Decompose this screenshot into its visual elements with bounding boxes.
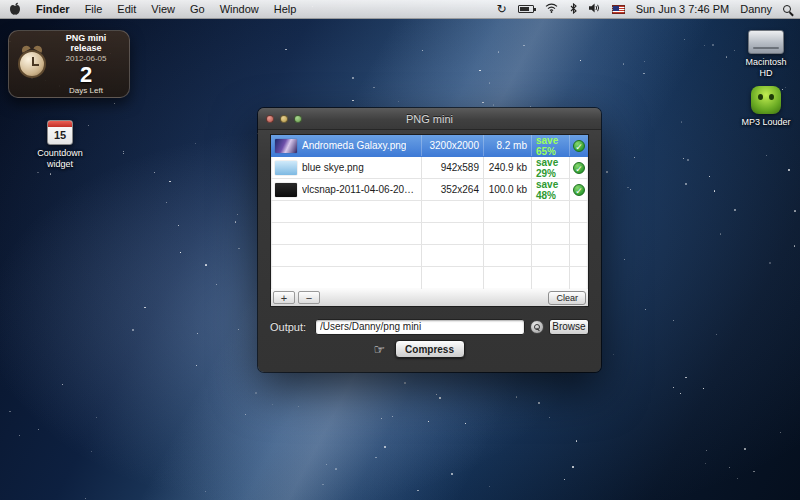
- clear-button[interactable]: Clear: [548, 291, 586, 305]
- star: [753, 471, 755, 473]
- pointing-hand-icon: ☞: [374, 342, 386, 357]
- output-row: Output: Browse: [270, 318, 589, 335]
- browse-button[interactable]: Browse: [549, 319, 589, 335]
- table-row[interactable]: Andromeda Galaxy.png 3200x2000 8.2 mb sa…: [271, 135, 588, 157]
- file-dimensions: 942x589: [422, 157, 484, 178]
- star: [9, 411, 10, 412]
- star: [606, 171, 608, 173]
- menu-item-help[interactable]: Help: [274, 3, 297, 15]
- star: [684, 39, 685, 40]
- file-thumbnail: [275, 161, 297, 175]
- menu-clock[interactable]: Sun Jun 3 7:46 PM: [636, 3, 730, 15]
- star: [729, 467, 730, 468]
- menu-item-go[interactable]: Go: [190, 3, 205, 15]
- table-row-empty[interactable]: [271, 267, 588, 289]
- star: [381, 418, 382, 419]
- star: [643, 73, 645, 75]
- add-file-button[interactable]: +: [273, 291, 295, 304]
- star: [549, 417, 550, 418]
- table-row-empty[interactable]: [271, 245, 588, 267]
- file-dimensions: 3200x2000: [422, 135, 484, 156]
- volume-icon[interactable]: [589, 3, 601, 15]
- star: [114, 103, 115, 104]
- desktop-icon-macintosh-hd[interactable]: Macintosh HD: [732, 30, 800, 79]
- zoom-window-button[interactable]: [294, 115, 302, 123]
- star: [498, 51, 500, 53]
- star: [726, 56, 728, 58]
- star: [392, 416, 393, 417]
- star: [196, 365, 197, 366]
- file-thumbnail: [275, 139, 297, 153]
- star: [144, 307, 146, 309]
- calendar-day: 15: [48, 127, 72, 144]
- menu-item-file[interactable]: File: [85, 3, 103, 15]
- star: [50, 173, 51, 174]
- bluetooth-icon[interactable]: [569, 3, 578, 16]
- wifi-icon[interactable]: [545, 3, 558, 15]
- menu-item-view[interactable]: View: [151, 3, 175, 15]
- window-titlebar[interactable]: PNG mini: [258, 108, 601, 130]
- minimize-window-button[interactable]: [280, 115, 288, 123]
- star: [451, 473, 453, 475]
- star: [123, 153, 124, 154]
- file-name: blue skye.png: [302, 162, 364, 173]
- star: [154, 172, 155, 173]
- star: [166, 202, 167, 203]
- star: [38, 429, 39, 430]
- compress-row: ☞ Compress: [258, 340, 601, 360]
- star: [195, 143, 196, 144]
- battery-icon[interactable]: [518, 5, 534, 13]
- countdown-days: 2: [49, 63, 123, 86]
- star: [794, 245, 796, 247]
- star: [235, 221, 237, 223]
- star: [703, 388, 704, 389]
- table-row[interactable]: blue skye.png 942x589 240.9 kb save 29% …: [271, 157, 588, 179]
- close-window-button[interactable]: [266, 115, 274, 123]
- user-menu[interactable]: Danny: [740, 3, 772, 15]
- menu-item-window[interactable]: Window: [220, 3, 259, 15]
- star: [180, 252, 181, 253]
- star: [624, 259, 625, 260]
- star: [493, 104, 494, 105]
- star: [422, 50, 423, 51]
- star: [272, 404, 273, 405]
- desktop-icon-label: Macintosh HD: [738, 57, 794, 79]
- star: [705, 463, 706, 464]
- menu-item-finder[interactable]: Finder: [36, 3, 70, 15]
- star: [62, 384, 63, 385]
- menu-item-edit[interactable]: Edit: [117, 3, 136, 15]
- star: [720, 233, 722, 235]
- star: [706, 450, 708, 452]
- star: [428, 421, 429, 422]
- calendar-icon: 15: [47, 120, 73, 145]
- apple-menu-icon[interactable]: [9, 2, 21, 16]
- table-row-empty[interactable]: [271, 223, 588, 245]
- countdown-widget[interactable]: PNG mini release 2012-06-05 2 Days Left: [8, 30, 130, 98]
- star: [489, 486, 490, 487]
- input-language-flag-icon[interactable]: [612, 5, 625, 14]
- star: [681, 121, 682, 122]
- compress-button[interactable]: Compress: [395, 340, 465, 358]
- star: [326, 464, 327, 465]
- spotlight-search-icon[interactable]: [783, 5, 791, 13]
- star: [687, 159, 689, 161]
- table-row-empty[interactable]: [271, 201, 588, 223]
- star: [205, 264, 206, 265]
- star: [634, 157, 635, 158]
- reveal-in-finder-icon[interactable]: [530, 320, 544, 334]
- desktop-icon-mp3-louder[interactable]: MP3 Louder: [732, 86, 800, 128]
- calendar-widget-label: Countdown widget: [28, 148, 92, 170]
- star: [436, 394, 438, 396]
- star: [685, 377, 687, 379]
- star: [644, 61, 645, 62]
- star: [564, 479, 565, 480]
- time-machine-icon[interactable]: ↻: [497, 3, 507, 15]
- star: [673, 320, 674, 321]
- star: [538, 402, 540, 404]
- table-row[interactable]: vlcsnap-2011-04-06-20h40m36s165.png 352x…: [271, 179, 588, 201]
- remove-file-button[interactable]: −: [298, 291, 320, 304]
- calendar-widget[interactable]: 15 Countdown widget: [28, 120, 92, 170]
- output-path-input[interactable]: [315, 319, 525, 335]
- star: [744, 448, 746, 450]
- star: [373, 87, 374, 88]
